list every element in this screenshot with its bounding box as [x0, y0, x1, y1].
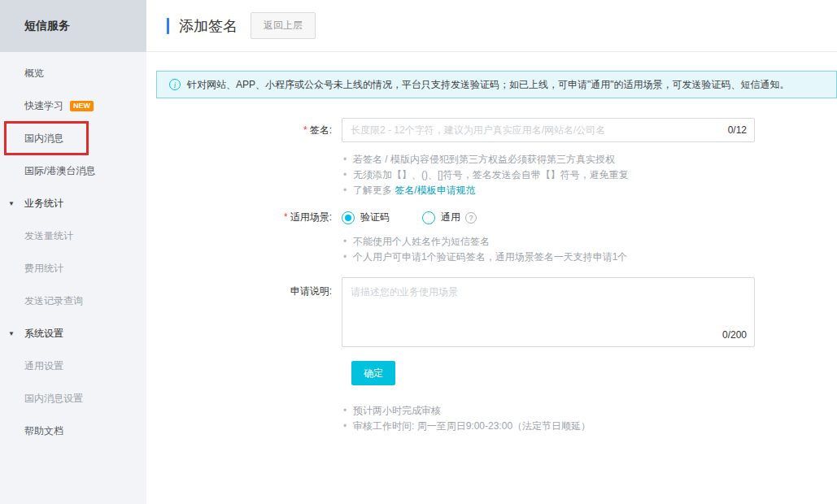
description-row: 申请说明: 0/200	[156, 277, 837, 347]
sidebar-item-domestic-message-settings[interactable]: 国内消息设置	[0, 382, 146, 415]
sidebar-title: 短信服务	[0, 0, 146, 52]
sidebar-item-label: 通用设置	[24, 359, 63, 373]
page-header: 添加签名 返回上层	[146, 0, 837, 52]
sidebar-group-system-settings[interactable]: ▼ 系统设置	[0, 317, 146, 350]
sidebar-item-label: 系统设置	[24, 327, 63, 341]
sidebar-item-label: 快速学习	[24, 99, 63, 113]
radio-general[interactable]: 通用	[422, 211, 460, 224]
app-window: 短信服务 概览 快速学习 NEW 国内消息 国际/港澳台消息 ▼ 业务统计 发送…	[0, 0, 837, 504]
radio-icon	[422, 211, 435, 224]
description-textarea[interactable]	[342, 277, 755, 347]
signature-char-counter: 0/12	[728, 124, 747, 136]
description-char-counter: 0/200	[722, 329, 747, 341]
learn-more-text: 了解更多	[353, 185, 395, 196]
confirm-button[interactable]: 确定	[351, 361, 395, 385]
sidebar-item-help-docs[interactable]: 帮助文档	[0, 415, 146, 447]
chevron-down-icon: ▼	[8, 200, 15, 207]
note-item: 了解更多 签名/模板申请规范	[342, 183, 837, 198]
page-title: 添加签名	[179, 16, 238, 36]
scene-label: *适用场景:	[156, 211, 332, 224]
info-banner-text: 针对网站、APP、小程序或公众号未上线的情况，平台只支持发送验证码；如已上线，可…	[187, 78, 790, 92]
scene-radio-group: 验证码 通用 ?	[342, 211, 477, 224]
sidebar-group-business-statistics[interactable]: ▼ 业务统计	[0, 187, 146, 219]
sidebar-item-send-volume-statistics[interactable]: 发送量统计	[0, 219, 146, 252]
new-badge: NEW	[70, 101, 94, 111]
title-accent-bar	[167, 18, 169, 34]
sidebar-item-general-settings[interactable]: 通用设置	[0, 350, 146, 382]
description-input-wrap: 0/200	[342, 277, 755, 347]
info-icon: i	[169, 79, 181, 90]
note-item: 不能使用个人姓名作为短信签名	[342, 234, 837, 250]
sidebar-item-label: 费用统计	[24, 262, 63, 276]
signature-row: *签名: 0/12	[156, 118, 837, 142]
signature-notes: 若签名 / 模版内容侵犯到第三方权益必须获得第三方真实授权 无须添加【】、()、…	[342, 152, 837, 198]
note-item: 个人用户可申请1个验证码签名，通用场景签名一天支持申请1个	[342, 250, 837, 265]
note-item: 审核工作时间: 周一至周日9:00-23:00（法定节日顺延）	[342, 419, 837, 434]
signature-input-wrap: 0/12	[342, 118, 755, 142]
required-mark: *	[303, 124, 307, 136]
sidebar-item-send-record-query[interactable]: 发送记录查询	[0, 285, 146, 317]
sidebar-item-label: 国内消息	[24, 132, 63, 146]
radio-icon	[342, 211, 355, 224]
note-item: 若签名 / 模版内容侵犯到第三方权益必须获得第三方真实授权	[342, 152, 837, 167]
signature-label: *签名:	[156, 124, 332, 137]
signature-template-rules-link[interactable]: 签名/模板申请规范	[395, 185, 475, 196]
add-signature-form: *签名: 0/12 若签名 / 模版内容侵犯到第三方权益必须获得第三方真实授权 …	[146, 118, 837, 434]
note-item: 预计两小时完成审核	[342, 403, 837, 419]
sidebar-item-label: 帮助文档	[24, 424, 63, 438]
sidebar-item-overview[interactable]: 概览	[0, 57, 146, 89]
description-label: 申请说明:	[156, 277, 332, 298]
sidebar-item-domestic-messages[interactable]: 国内消息	[0, 122, 146, 154]
sidebar-nav: 概览 快速学习 NEW 国内消息 国际/港澳台消息 ▼ 业务统计 发送量统计 费…	[0, 52, 146, 447]
scene-notes: 不能使用个人姓名作为短信签名 个人用户可申请1个验证码签名，通用场景签名一天支持…	[342, 234, 837, 265]
info-banner: i 针对网站、APP、小程序或公众号未上线的情况，平台只支持发送验证码；如已上线…	[156, 71, 837, 98]
note-item: 无须添加【】、()、[]符号，签名发送会自带【】符号，避免重复	[342, 167, 837, 183]
sidebar-item-label: 业务统计	[24, 197, 63, 211]
sidebar: 短信服务 概览 快速学习 NEW 国内消息 国际/港澳台消息 ▼ 业务统计 发送…	[0, 0, 146, 504]
radio-label: 验证码	[360, 211, 390, 224]
sidebar-item-quick-learning[interactable]: 快速学习 NEW	[0, 89, 146, 122]
radio-label: 通用	[441, 211, 460, 224]
review-notes: 预计两小时完成审核 审核工作时间: 周一至周日9:00-23:00（法定节日顺延…	[342, 403, 837, 434]
sidebar-item-cost-statistics[interactable]: 费用统计	[0, 252, 146, 285]
help-icon[interactable]: ?	[465, 212, 477, 224]
scene-row: *适用场景: 验证码 通用 ?	[156, 211, 837, 224]
main-content: 添加签名 返回上层 i 针对网站、APP、小程序或公众号未上线的情况，平台只支持…	[146, 0, 837, 504]
back-button[interactable]: 返回上层	[251, 12, 316, 39]
sidebar-item-label: 国际/港澳台消息	[24, 164, 95, 178]
sidebar-item-label: 概览	[24, 67, 44, 80]
sidebar-item-label: 发送量统计	[24, 229, 73, 243]
chevron-down-icon: ▼	[8, 330, 15, 337]
signature-input[interactable]	[342, 118, 755, 142]
required-mark: *	[284, 211, 288, 223]
sidebar-item-label: 国内消息设置	[24, 392, 83, 406]
sidebar-item-label: 发送记录查询	[24, 294, 83, 308]
radio-verification-code[interactable]: 验证码	[342, 211, 390, 224]
sidebar-item-intl-hmt-messages[interactable]: 国际/港澳台消息	[0, 154, 146, 187]
